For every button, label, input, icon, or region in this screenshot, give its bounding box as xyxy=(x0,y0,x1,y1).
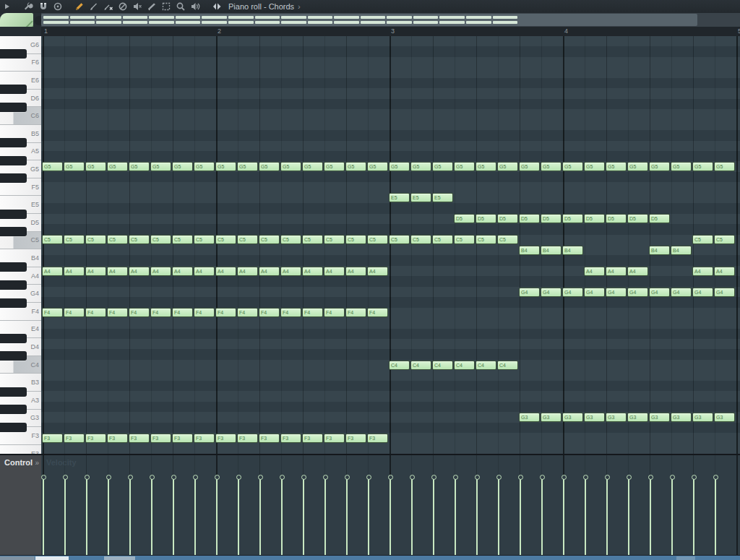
note-block-a4[interactable]: A4 xyxy=(584,267,605,276)
note-block-g4[interactable]: G4 xyxy=(584,288,605,297)
note-block-g4[interactable]: G4 xyxy=(649,288,670,297)
note-block-c5[interactable]: C5 xyxy=(215,235,236,244)
note-block-a4[interactable]: A4 xyxy=(627,267,648,276)
piano-key-e3[interactable]: E3 xyxy=(0,445,41,454)
piano-key-black[interactable] xyxy=(0,405,27,414)
note-block-g5[interactable]: G5 xyxy=(692,162,713,171)
note-block-d5[interactable]: D5 xyxy=(454,214,475,223)
note-block-f3[interactable]: F3 xyxy=(42,434,63,443)
note-block-c5[interactable]: C5 xyxy=(302,235,323,244)
piano-key-black[interactable] xyxy=(0,298,27,308)
scrollbar-segment[interactable] xyxy=(136,556,676,560)
note-block-f4[interactable]: F4 xyxy=(367,308,388,317)
note-block-c5[interactable]: C5 xyxy=(107,235,128,244)
timeline-ruler[interactable]: 12345 xyxy=(41,27,740,37)
note-block-f4[interactable]: F4 xyxy=(237,308,258,317)
note-block-g5[interactable]: G5 xyxy=(345,162,366,171)
note-properties-icon[interactable] xyxy=(212,1,222,12)
velocity-knob[interactable] xyxy=(518,475,523,480)
velocity-knob[interactable] xyxy=(366,475,371,480)
note-block-f3[interactable]: F3 xyxy=(259,434,280,443)
velocity-knob[interactable] xyxy=(648,475,653,480)
velocity-knob[interactable] xyxy=(193,475,198,480)
note-block-g5[interactable]: G5 xyxy=(280,162,301,171)
scrollbar-track[interactable] xyxy=(41,13,740,27)
note-block-c5[interactable]: C5 xyxy=(345,235,366,244)
piano-key-black[interactable] xyxy=(0,280,27,290)
velocity-stem[interactable] xyxy=(129,478,131,555)
velocity-stem[interactable] xyxy=(390,478,391,555)
note-block-f4[interactable]: F4 xyxy=(107,308,128,317)
note-block-c4[interactable]: C4 xyxy=(432,361,453,370)
note-block-g4[interactable]: G4 xyxy=(519,288,540,297)
velocity-knob[interactable] xyxy=(171,475,176,480)
note-block-c4[interactable]: C4 xyxy=(497,361,518,370)
velocity-stem[interactable] xyxy=(281,478,283,555)
window-title[interactable]: Piano roll - Chords xyxy=(228,2,294,11)
note-block-a4[interactable]: A4 xyxy=(215,267,236,276)
note-block-c5[interactable]: C5 xyxy=(64,235,85,244)
note-block-a4[interactable]: A4 xyxy=(324,267,345,276)
note-block-c5[interactable]: C5 xyxy=(172,235,193,244)
note-block-c5[interactable]: C5 xyxy=(454,235,475,244)
velocity-stem[interactable] xyxy=(64,478,66,555)
note-block-c5[interactable]: C5 xyxy=(389,235,410,244)
note-block-g5[interactable]: G5 xyxy=(584,162,605,171)
note-block-f4[interactable]: F4 xyxy=(64,308,85,317)
note-block-g5[interactable]: G5 xyxy=(606,162,627,171)
note-block-g5[interactable]: G5 xyxy=(367,162,388,171)
control-chevron-icon[interactable]: » xyxy=(35,459,39,467)
magnet-icon[interactable] xyxy=(38,1,48,12)
note-block-c5[interactable]: C5 xyxy=(714,235,735,244)
note-block-g3[interactable]: G3 xyxy=(584,413,605,422)
velocity-stem[interactable] xyxy=(43,478,44,555)
note-block-a4[interactable]: A4 xyxy=(107,267,128,276)
note-block-c5[interactable]: C5 xyxy=(432,235,453,244)
note-block-a4[interactable]: A4 xyxy=(259,267,280,276)
note-block-a4[interactable]: A4 xyxy=(302,267,323,276)
note-block-f3[interactable]: F3 xyxy=(302,434,323,443)
note-block-f4[interactable]: F4 xyxy=(259,308,280,317)
note-block-f3[interactable]: F3 xyxy=(129,434,150,443)
note-block-c5[interactable]: C5 xyxy=(476,235,496,244)
velocity-stem[interactable] xyxy=(411,478,413,555)
note-block-f4[interactable]: F4 xyxy=(302,308,323,317)
velocity-knob[interactable] xyxy=(410,475,415,480)
velocity-knob[interactable] xyxy=(85,475,90,480)
piano-key-black[interactable] xyxy=(0,103,27,112)
note-block-g5[interactable]: G5 xyxy=(541,162,562,171)
velocity-knob[interactable] xyxy=(258,475,263,480)
scrollbar-segment[interactable] xyxy=(696,556,740,560)
velocity-stem[interactable] xyxy=(173,478,174,555)
mute-icon[interactable] xyxy=(118,1,128,12)
stamp-icon[interactable] xyxy=(53,1,63,12)
note-block-g5[interactable]: G5 xyxy=(432,162,453,171)
note-block-g5[interactable]: G5 xyxy=(237,162,258,171)
note-block-g5[interactable]: G5 xyxy=(410,162,431,171)
note-block-f3[interactable]: F3 xyxy=(215,434,236,443)
note-block-b4[interactable]: B4 xyxy=(671,246,692,255)
note-block-a4[interactable]: A4 xyxy=(237,267,258,276)
note-block-f4[interactable]: F4 xyxy=(194,308,215,317)
note-block-a4[interactable]: A4 xyxy=(714,267,735,276)
velocity-stem[interactable] xyxy=(346,478,348,555)
velocity-stem[interactable] xyxy=(368,478,369,555)
note-block-c5[interactable]: C5 xyxy=(410,235,431,244)
note-block-a4[interactable]: A4 xyxy=(150,267,171,276)
menu-arrow-icon[interactable] xyxy=(2,1,12,12)
velocity-stem[interactable] xyxy=(455,478,456,555)
velocity-knob[interactable] xyxy=(106,475,111,480)
velocity-knob[interactable] xyxy=(41,475,46,480)
note-block-f4[interactable]: F4 xyxy=(85,308,106,317)
piano-key-black[interactable] xyxy=(0,85,27,94)
note-block-g4[interactable]: G4 xyxy=(562,288,583,297)
note-block-g3[interactable]: G3 xyxy=(606,413,627,422)
note-block-f3[interactable]: F3 xyxy=(194,434,215,443)
velocity-stem[interactable] xyxy=(86,478,87,555)
note-block-a4[interactable]: A4 xyxy=(129,267,150,276)
note-block-f3[interactable]: F3 xyxy=(280,434,301,443)
velocity-knob[interactable] xyxy=(301,475,306,480)
velocity-knob[interactable] xyxy=(236,475,241,480)
note-block-c5[interactable]: C5 xyxy=(324,235,345,244)
note-block-b4[interactable]: B4 xyxy=(649,246,670,255)
